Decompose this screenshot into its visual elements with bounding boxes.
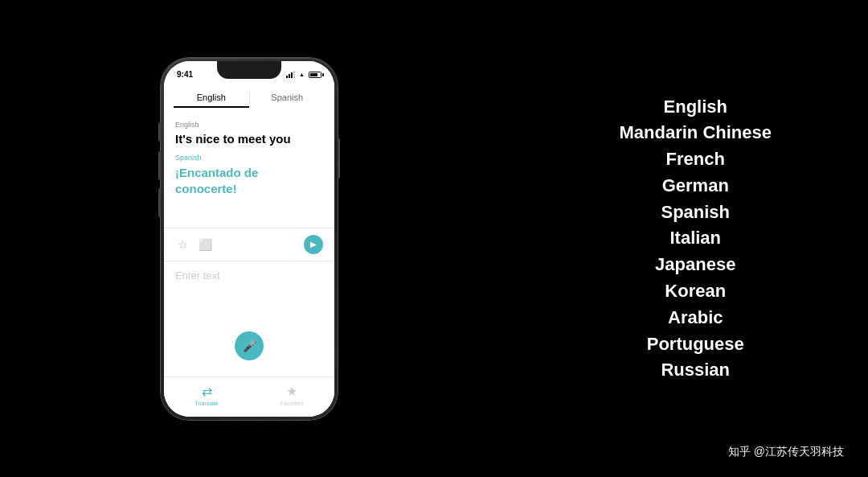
tab-spanish[interactable]: Spanish <box>250 88 326 108</box>
status-icons: ▲ <box>286 72 321 78</box>
phone-outer: 9:41 ▲ <box>161 58 338 420</box>
icon-row-left: ☆ ⬜ <box>175 237 212 252</box>
favorites-icon: ★ <box>286 384 297 399</box>
battery-icon <box>309 72 321 78</box>
watermark: 知乎 @江苏传天羽科技 <box>728 445 844 459</box>
phone-notch <box>217 61 281 79</box>
input-placeholder: Enter text <box>175 269 323 282</box>
play-button[interactable]: ▶ <box>304 235 323 254</box>
translate-icon: ⇄ <box>202 384 212 399</box>
phone-side-button-right <box>338 138 340 179</box>
favorite-icon[interactable]: ☆ <box>175 237 190 252</box>
language-tabs: English Spanish <box>164 84 334 113</box>
source-lang-label: English <box>175 121 323 129</box>
phone-wrapper: 9:41 ▲ <box>161 58 338 420</box>
language-list: EnglishMandarin ChineseFrenchGermanSpani… <box>620 94 772 383</box>
translation-box: English It's nice to meet you Spanish ¡E… <box>164 113 334 228</box>
target-text: ¡Encantado de conocerte! <box>175 165 323 198</box>
lang-list-item: Arabic <box>668 305 723 330</box>
app-content: English Spanish English It's nice to mee… <box>164 84 334 417</box>
source-text: It's nice to meet you <box>175 132 323 146</box>
lang-list-item: French <box>666 147 725 172</box>
input-area[interactable]: Enter text 🎤 <box>164 261 334 376</box>
lang-list-item: Italian <box>669 226 721 251</box>
target-lang-label: Spanish <box>175 154 323 162</box>
scene: 9:41 ▲ <box>0 0 868 477</box>
nav-favorites[interactable]: ★ Favorites <box>280 384 304 406</box>
lang-list-item: Japanese <box>655 253 735 278</box>
lang-list-item: German <box>662 174 729 199</box>
lang-list-item: Portuguese <box>647 331 744 356</box>
lang-list-item: English <box>664 94 727 119</box>
nav-translate[interactable]: ⇄ Translate <box>195 384 219 406</box>
phone-side-button-left-2 <box>158 151 161 180</box>
tab-english[interactable]: English <box>174 88 249 108</box>
copy-icon[interactable]: ⬜ <box>198 237 212 252</box>
phone-screen: 9:41 ▲ <box>164 61 334 417</box>
lang-list-item: Korean <box>665 279 726 304</box>
signal-icon <box>286 72 295 78</box>
mic-button[interactable]: 🎤 <box>235 331 264 360</box>
translate-label: Translate <box>195 401 219 406</box>
phone-side-button-left-1 <box>158 122 161 142</box>
lang-list-item: Mandarin Chinese <box>620 121 772 146</box>
phone-side-button-left-3 <box>158 188 161 217</box>
lang-list-item: Spanish <box>661 199 730 224</box>
lang-list-item: Russian <box>661 358 730 383</box>
wifi-icon: ▲ <box>299 72 305 77</box>
icon-row: ☆ ⬜ ▶ <box>164 228 334 261</box>
status-time: 9:41 <box>177 70 193 79</box>
bottom-nav: ⇄ Translate ★ Favorites <box>164 376 334 417</box>
favorites-label: Favorites <box>280 401 304 406</box>
